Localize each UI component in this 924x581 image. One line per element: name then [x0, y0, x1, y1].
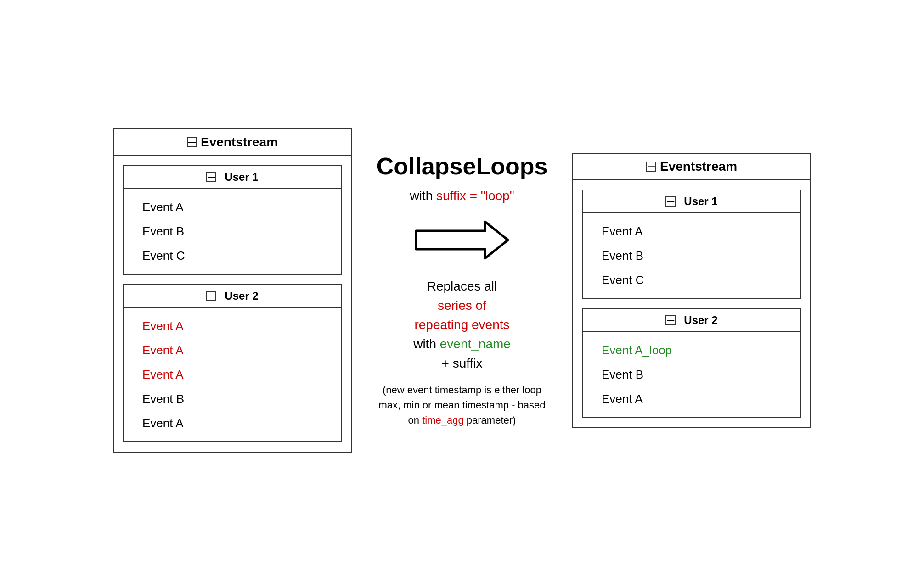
arrow-container — [411, 217, 513, 263]
right-u2-event-a-loop: Event A_loop — [602, 343, 782, 358]
left-user1-body: Event A Event B Event C — [124, 189, 341, 274]
left-user2-label: User 2 — [225, 290, 258, 302]
main-container: — Eventstream — User 1 Event A Event B — [0, 0, 924, 581]
right-u1-event-a: Event A — [602, 224, 782, 239]
note-colored: time_agg — [422, 414, 464, 426]
right-user1-minimize-icon[interactable]: — — [665, 196, 676, 207]
left-u2-event-b: Event B — [142, 392, 322, 406]
right-user2-minimize-icon[interactable]: — — [665, 315, 676, 325]
left-eventstream-header: — Eventstream — [114, 129, 351, 156]
right-minimize-symbol-u2: — — [667, 316, 674, 324]
left-user1-header: — User 1 — [124, 166, 341, 189]
right-user1-box: — User 1 Event A Event B Event C — [582, 190, 801, 299]
right-eventstream-title: Eventstream — [660, 159, 737, 174]
minimize-symbol-u1: — — [208, 173, 215, 181]
suffix-value: suffix = "loop" — [436, 189, 514, 203]
right-user1-label: User 1 — [684, 195, 717, 208]
middle-section: CollapseLoops with suffix = "loop" Repla… — [352, 144, 572, 437]
left-user1-label: User 1 — [225, 171, 258, 184]
right-user2-header: — User 2 — [583, 309, 800, 332]
left-user2-body: Event A Event A Event A Event B Event A — [124, 308, 341, 441]
left-user1-minimize-icon[interactable]: — — [206, 172, 216, 182]
right-u2-event-b: Event B — [602, 368, 782, 382]
replaces-line1: Replaces all — [427, 279, 497, 293]
arrow-icon — [411, 217, 513, 263]
right-user1-header: — User 1 — [583, 190, 800, 213]
right-minimize-icon[interactable]: — — [646, 162, 656, 172]
svg-marker-0 — [416, 222, 508, 258]
left-user2-minimize-icon[interactable]: — — [206, 291, 216, 301]
note-suffix: parameter) — [464, 414, 516, 426]
right-u2-event-a: Event A — [602, 392, 782, 406]
left-u2-event-a3: Event A — [142, 368, 322, 382]
right-panel: — Eventstream — User 1 Event A Event B — [572, 153, 811, 428]
left-user2-box: — User 2 Event A Event A Event A Event B… — [123, 284, 342, 442]
left-u2-event-a1: Event A — [142, 319, 322, 333]
left-user1-box: — User 1 Event A Event B Event C — [123, 165, 342, 275]
left-eventstream-box: — Eventstream — User 1 Event A Event B — [113, 128, 352, 453]
right-minimize-symbol-u1: — — [667, 197, 674, 206]
right-eventstream-body: — User 1 Event A Event B Event C — — [573, 180, 810, 427]
right-eventstream-header: — Eventstream — [573, 154, 810, 180]
left-panel: — Eventstream — User 1 Event A Event B — [113, 128, 352, 453]
right-user1-body: Event A Event B Event C — [583, 213, 800, 298]
right-minimize-symbol: — — [648, 162, 655, 171]
left-eventstream-title: Eventstream — [201, 135, 278, 150]
replaces-line3: repeating events — [414, 318, 509, 332]
suffix-prefix: with — [410, 189, 436, 203]
right-user2-body: Event A_loop Event B Event A — [583, 332, 800, 417]
left-u1-event-a: Event A — [142, 200, 322, 214]
left-eventstream-body: — User 1 Event A Event B Event C — — [114, 156, 351, 452]
left-u2-event-a4: Event A — [142, 416, 322, 430]
replaces-description: Replaces all series of repeating events … — [413, 277, 511, 373]
replaces-event-name: event_name — [440, 337, 511, 351]
right-eventstream-box: — Eventstream — User 1 Event A Event B — [572, 153, 811, 428]
right-user2-label: User 2 — [684, 314, 717, 327]
right-u1-event-b: Event B — [602, 249, 782, 263]
timestamp-note: (new event timestamp is either loop max,… — [375, 382, 549, 428]
minimize-symbol-u2: — — [208, 292, 215, 300]
replaces-line5: + suffix — [442, 356, 483, 370]
minimize-symbol: — — [188, 138, 196, 146]
left-minimize-icon[interactable]: — — [187, 137, 197, 147]
suffix-line: with suffix = "loop" — [410, 189, 514, 203]
left-u1-event-b: Event B — [142, 224, 322, 239]
left-u2-event-a2: Event A — [142, 343, 322, 358]
replaces-line4-prefix: with — [413, 337, 440, 351]
replaces-line2: series of — [438, 298, 486, 313]
collapse-loops-title: CollapseLoops — [377, 153, 548, 179]
left-u1-event-c: Event C — [142, 249, 322, 263]
right-u1-event-c: Event C — [602, 273, 782, 287]
right-user2-box: — User 2 Event A_loop Event B Event A — [582, 308, 801, 418]
left-user2-header: — User 2 — [124, 285, 341, 308]
